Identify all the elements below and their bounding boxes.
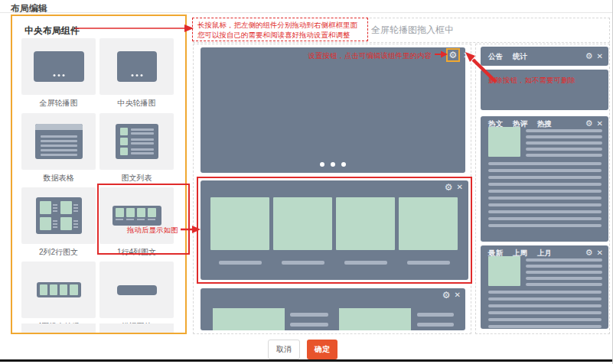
fullscreen-carousel-block[interactable]: 设置按钮，点击可编辑该组件里的内容 ⚙ ✕: [201, 47, 465, 173]
drag-instruction-note: 长按鼠标，把左侧的组件分别拖动到右侧框框里面 您可以按自己的需要和阅读喜好拖动设…: [192, 18, 368, 41]
dialog-bottom-edge: [0, 359, 613, 362]
close-icon[interactable]: ✕: [597, 249, 603, 257]
drag-instruction-line1: 长按鼠标，把左侧的组件分别拖动到右侧框框里面: [197, 20, 363, 30]
placeholder-line: [488, 318, 602, 321]
placeholder-line: [488, 291, 602, 294]
carousel-icon: [117, 51, 157, 82]
placeholder-line: [526, 129, 602, 132]
placeholder-line: [488, 304, 602, 307]
close-icon[interactable]: ✕: [457, 184, 463, 191]
drop-strip-hint: 全屏轮播图拖入框中: [371, 18, 454, 42]
placeholder-line: [488, 217, 602, 220]
component-label: 1行4列图文: [99, 247, 174, 258]
hot-articles-panel[interactable]: 热文 热评 热搜 ⚙✕: [481, 116, 608, 242]
component-card-fullscreen-carousel[interactable]: 全屏轮播图: [21, 38, 96, 109]
placeholder-line: [526, 154, 602, 157]
close-icon[interactable]: ✕: [597, 120, 603, 128]
image-placeholder: [339, 308, 411, 330]
component-card-combo-4-carousel[interactable]: 4图组合轮播: [21, 262, 96, 332]
gear-icon[interactable]: ⚙: [442, 291, 451, 300]
gear-icon[interactable]: ⚙: [585, 52, 593, 60]
image-placeholder: [399, 197, 458, 250]
placeholder-line: [290, 323, 328, 327]
block-controls: ⚙✕: [585, 119, 603, 128]
title-divider: [0, 12, 613, 13]
component-card-media-list[interactable]: 图文列表: [99, 113, 174, 184]
component-card-grid-2x2-media[interactable]: 2列2行图文: [21, 187, 96, 258]
media-item: [399, 197, 458, 280]
component-card-banner-image[interactable]: 横幅图片: [99, 262, 174, 332]
image-placeholder: [488, 256, 520, 286]
tab-last-month[interactable]: 上月: [537, 249, 552, 258]
grid-2x2-icon: [36, 197, 82, 234]
caption-placeholder: [407, 261, 450, 265]
component-label: 全屏轮播图: [21, 98, 96, 109]
row-1x4-icon: [112, 206, 161, 226]
latest-panel[interactable]: 最新 上周 上月 ⚙✕: [481, 245, 608, 329]
tab-statistics[interactable]: 统计: [513, 47, 527, 66]
block-controls: ⚙✕: [585, 249, 603, 257]
component-card-center-carousel[interactable]: 中央轮播图: [99, 38, 174, 109]
component-label: 数据表格: [21, 173, 96, 184]
placeholder-line: [526, 141, 602, 145]
placeholder-line: [488, 297, 602, 301]
component-card-data-table[interactable]: 数据表格: [21, 113, 96, 184]
carousel-dots-indicator: [320, 162, 346, 167]
partial-card: [21, 323, 96, 334]
media-item: [210, 197, 269, 280]
tab-hot-searches[interactable]: 热搜: [537, 119, 552, 129]
image-placeholder: [488, 127, 520, 157]
settings-hint-annotation: 设置按钮，点击可编辑该组件里的内容: [308, 51, 432, 61]
sidebar-heading: 中央布局组件: [24, 24, 80, 37]
placeholder-line-group: [488, 162, 602, 227]
placeholder-line-group: [526, 129, 602, 157]
placeholder-line: [488, 183, 602, 186]
placeholder-line: [526, 271, 602, 274]
layout-editor-dialog: 布局编辑 中央布局组件 全屏轮播图 中央轮播图 数据表格: [0, 0, 613, 364]
image-placeholder: [213, 308, 285, 330]
image-placeholder: [273, 197, 332, 250]
placeholder-line: [526, 283, 602, 286]
banner-icon: [117, 285, 157, 295]
placeholder-line: [488, 203, 602, 206]
component-label: 图文列表: [99, 173, 174, 184]
close-icon[interactable]: ✕: [463, 50, 470, 60]
gear-icon[interactable]: ⚙: [585, 119, 593, 128]
placeholder-line: [488, 176, 602, 179]
gear-icon[interactable]: ⚙: [449, 50, 458, 60]
close-icon[interactable]: ✕: [597, 53, 603, 60]
card-thumbnail: [21, 187, 96, 244]
media-item: [273, 197, 332, 280]
confirm-button[interactable]: 确定: [307, 340, 337, 359]
component-card-row-1x4-media[interactable]: 1行4列图文: [99, 187, 174, 258]
cancel-button[interactable]: 取消: [268, 340, 300, 359]
gear-icon[interactable]: ⚙: [445, 183, 453, 192]
placeholder-line: [488, 325, 602, 328]
close-icon[interactable]: ✕: [455, 291, 461, 299]
card-thumbnail: [99, 262, 174, 318]
component-label: 2列2行图文: [21, 247, 96, 258]
card-thumbnail: [99, 113, 174, 170]
image-placeholder: [336, 197, 395, 250]
placeholder-line: [526, 148, 602, 151]
carousel-icon: [34, 51, 84, 82]
announcement-panel-body[interactable]: 删除按钮，如不需要可删除: [481, 70, 608, 110]
placeholder-line: [488, 190, 602, 193]
dialog-footer: 取消 确定: [268, 340, 337, 359]
placeholder-line: [488, 311, 602, 314]
component-sidebar: 中央布局组件 全屏轮播图 中央轮播图 数据表格: [11, 15, 187, 334]
highlight-frame-dropped-row-1x4: ⚙✕: [197, 177, 472, 284]
placeholder-line: [488, 197, 602, 200]
card-thumbnail: [21, 38, 96, 95]
card-thumbnail: [21, 113, 96, 170]
gear-icon[interactable]: ⚙: [585, 249, 593, 257]
placeholder-line: [488, 210, 602, 213]
partial-card: [99, 323, 174, 334]
two-column-media-block[interactable]: ⚙✕: [201, 288, 465, 330]
caption-placeholder: [219, 261, 262, 265]
tab-announcement[interactable]: 公告: [488, 47, 503, 66]
announcement-panel-header[interactable]: 公告 统计 ⚙✕: [481, 47, 608, 66]
row-1x4-media-block[interactable]: ⚙✕: [201, 180, 468, 280]
block-controls: ⚙✕: [585, 52, 603, 60]
placeholder-line: [526, 258, 602, 262]
